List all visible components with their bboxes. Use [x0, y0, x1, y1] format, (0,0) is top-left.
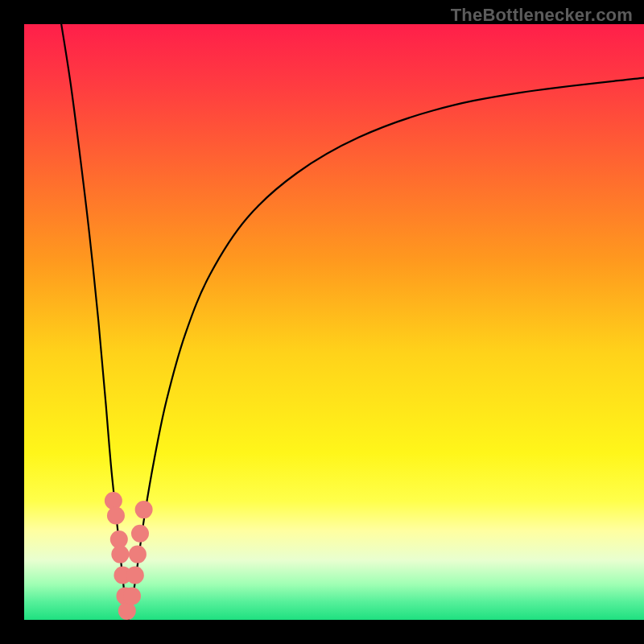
- data-marker: [135, 501, 153, 518]
- data-marker: [126, 567, 144, 584]
- data-marker: [111, 546, 129, 564]
- watermark-label: TheBottlenecker.com: [451, 5, 633, 26]
- data-marker: [107, 507, 125, 525]
- data-marker: [123, 587, 141, 605]
- chart-frame: TheBottlenecker.com: [0, 0, 644, 644]
- data-marker: [105, 492, 122, 510]
- data-marker: [129, 546, 147, 564]
- chart-plot: [24, 24, 644, 620]
- data-marker: [131, 525, 149, 543]
